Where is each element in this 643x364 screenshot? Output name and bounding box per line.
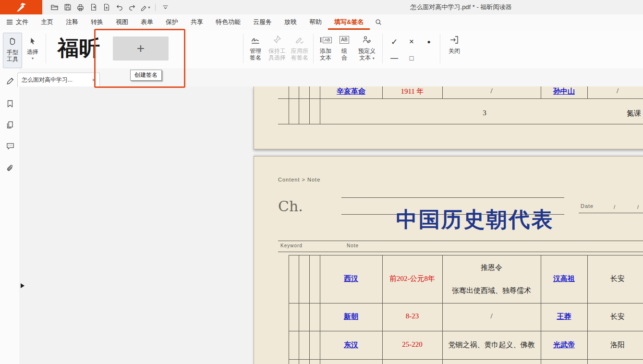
ribbon-separator (382, 34, 383, 63)
menu-cloud[interactable]: 云服务 (247, 14, 278, 30)
menu-home[interactable]: 主页 (35, 14, 60, 30)
comment-bubble-icon (6, 142, 15, 151)
print-button[interactable] (74, 1, 87, 13)
pen-icon (6, 76, 15, 85)
signature-preview[interactable]: 福昕 (48, 35, 109, 61)
hamburger-icon (6, 19, 13, 25)
pages-panel-button[interactable] (4, 119, 16, 131)
tab-close-icon[interactable]: × (92, 76, 96, 84)
table-line (309, 255, 310, 364)
line-stamp-button[interactable]: — (387, 52, 401, 64)
toolbar-separator (155, 4, 156, 11)
menu-fill-sign[interactable]: 填写&签名 (328, 14, 370, 30)
pdf-page-1: 辛亥革命 1911 年 / 孙中山 / 3 氮课 (254, 86, 643, 149)
apply-all-signatures-button[interactable]: 应用所 有签名 (289, 34, 310, 61)
table-line (289, 98, 289, 124)
annotation-pen-button[interactable] (4, 75, 16, 86)
ribbon-separator (440, 34, 440, 63)
apply-signature-icon (295, 35, 304, 45)
panel-expand-handle[interactable] (21, 283, 24, 288)
doc-link[interactable]: 汉高祖 (541, 274, 587, 283)
table-line (320, 86, 320, 98)
foxit-logo[interactable] (0, 0, 42, 14)
chevron-down-icon: ▾ (373, 56, 375, 61)
undo-button[interactable] (113, 1, 126, 13)
redo-button[interactable] (126, 1, 139, 13)
manage-signature-button[interactable]: 管理 签名 (246, 34, 265, 61)
save-icon (64, 3, 72, 11)
combine-text-button[interactable]: AB 组 合 (336, 34, 352, 61)
table-line (289, 86, 289, 98)
menu-help[interactable]: 帮助 (303, 14, 328, 30)
quick-sign-tool-button[interactable]: ▾ (139, 1, 152, 13)
menu-file[interactable]: 文件 (0, 14, 35, 30)
open-file-button[interactable] (48, 1, 61, 13)
doc-link[interactable]: 西汉 (320, 274, 382, 283)
table-line (299, 255, 299, 364)
predefined-text-icon (362, 35, 372, 45)
pin-tool-icon (272, 35, 282, 45)
customize-chevron-icon (162, 4, 169, 11)
doc-cell: / (587, 87, 643, 95)
document-tab[interactable]: 怎么面对高中学习... × (17, 73, 100, 87)
comments-panel-button[interactable] (4, 140, 16, 152)
foxit-logo-icon (15, 2, 27, 12)
doc-cell: / (442, 87, 541, 95)
table-line (587, 86, 588, 98)
save-button[interactable] (61, 1, 74, 13)
customize-toolbar-button[interactable] (159, 1, 172, 13)
doc-link[interactable]: 王莽 (541, 312, 587, 321)
menu-comment[interactable]: 注释 (60, 14, 85, 30)
doc-cell: 长安 (587, 274, 643, 283)
ribbon-separator (243, 34, 243, 63)
select-tool-button[interactable]: 选择 ▾ (23, 33, 42, 67)
menu-features[interactable]: 特色功能 (209, 14, 247, 30)
menu-protect[interactable]: 保护 (159, 14, 184, 30)
table-line (278, 98, 643, 99)
rectangle-stamp-button[interactable]: □ (404, 52, 419, 64)
add-text-button[interactable]: I AB 添加 文本 (316, 34, 335, 61)
ruled-line (278, 252, 643, 252)
menu-view[interactable]: 视图 (109, 14, 134, 30)
check-stamp-button[interactable]: ✓ (387, 36, 401, 48)
ribbon-separator (313, 34, 314, 63)
doc-link[interactable]: 辛亥革命 (320, 87, 382, 96)
doc-link[interactable]: 光武帝 (541, 340, 587, 350)
search-button[interactable] (370, 14, 387, 30)
manage-signature-icon (250, 35, 261, 45)
paperclip-icon (6, 164, 15, 173)
document-canvas[interactable]: 辛亥革命 1911 年 / 孙中山 / 3 氮课 Content > Note (19, 86, 643, 364)
export-pdf-button[interactable] (87, 1, 100, 13)
doc-date: 前202-公元8年 (382, 274, 442, 283)
export-page-icon (90, 3, 97, 11)
foxit-reader-window: ▾ 怎么面对高中学习.pdf * - 福昕阅读器 文件 主页 注释 转换 视图 … (0, 0, 643, 364)
doc-link[interactable]: 东汉 (320, 340, 382, 350)
chevron-down-icon: ▾ (148, 5, 150, 10)
doc-cell: 张骞出使西域、独尊儒术 (442, 286, 541, 295)
table-line (289, 303, 643, 303)
dot-stamp-button[interactable]: ● (422, 36, 436, 48)
bookmarks-panel-button[interactable] (4, 98, 16, 109)
close-fill-sign-button[interactable]: 关闭 (444, 34, 465, 54)
pdf-page-2: Content > Note Ch. 中国历史朝代表 Date / / Keyw… (254, 156, 643, 364)
table-line (382, 86, 383, 98)
attachments-panel-button[interactable] (4, 162, 16, 174)
menu-present[interactable]: 放映 (278, 14, 303, 30)
note-header: Note (347, 243, 359, 248)
ruled-line (341, 197, 564, 198)
predefined-text-button[interactable]: 预定义 文本 ▾ (354, 34, 379, 62)
keep-tool-selected-button[interactable]: 保持工 具选择 (267, 34, 287, 61)
doc-link[interactable]: 孙中山 (541, 87, 587, 96)
menu-convert[interactable]: 转换 (85, 14, 109, 30)
combine-icon: AB (340, 34, 349, 46)
create-pdf-button[interactable] (100, 1, 113, 13)
menubar: 文件 主页 注释 转换 视图 表单 保护 共享 特色功能 云服务 放映 帮助 填… (0, 14, 643, 30)
cross-stamp-button[interactable]: × (404, 36, 419, 48)
doc-cell: / (442, 312, 541, 320)
menu-share[interactable]: 共享 (184, 14, 209, 30)
hand-tool-button[interactable]: 手型 工具 (3, 33, 22, 68)
doc-link[interactable]: 新朝 (320, 312, 382, 321)
create-signature-button[interactable]: + (113, 36, 169, 61)
menu-form[interactable]: 表单 (134, 14, 159, 30)
ribbon-separator (46, 34, 46, 63)
